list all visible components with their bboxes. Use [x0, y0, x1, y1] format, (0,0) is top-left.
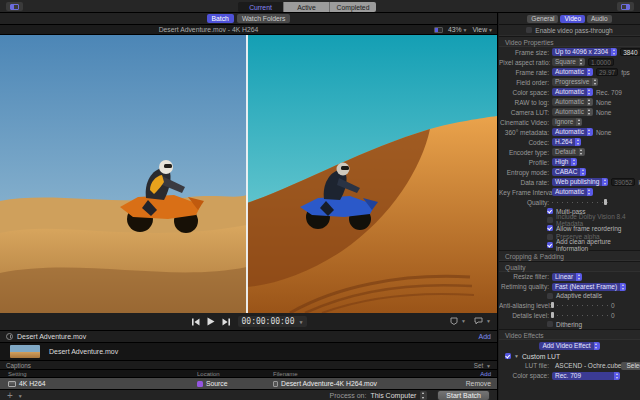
- batch-group-row[interactable]: Desert Adventure.mov Add: [0, 331, 497, 343]
- process-on-value[interactable]: This Computer: [370, 392, 416, 399]
- chevron-updown-icon: [592, 78, 598, 86]
- checkbox-label: Allow frame reordering: [556, 225, 621, 232]
- toggle-left-pane-button[interactable]: [6, 2, 23, 11]
- add-output-link[interactable]: Add: [479, 333, 491, 340]
- dropdown-automatic[interactable]: Automatic: [552, 98, 593, 106]
- toggle-inspector-button[interactable]: [617, 2, 634, 11]
- checkbox-row[interactable]: Allow frame reordering: [499, 224, 640, 233]
- custom-lut-row[interactable]: ▼ Custom LUT: [499, 352, 640, 361]
- compare-divider[interactable]: [246, 35, 248, 313]
- dropdown-automatic[interactable]: Automatic: [552, 88, 593, 96]
- add-video-effect-dropdown[interactable]: Add Video Effect: [539, 342, 599, 350]
- value-field[interactable]: 29.97: [596, 68, 618, 76]
- next-frame-button[interactable]: [222, 318, 231, 326]
- dropdown-ignore[interactable]: Ignore: [552, 118, 582, 126]
- dropdown-fast-nearest-frame-[interactable]: Fast (Nearest Frame): [552, 283, 626, 291]
- zoom-dropdown[interactable]: 43%▼: [448, 26, 468, 33]
- source-location-icon: [197, 381, 203, 387]
- dropdown-default[interactable]: Default: [552, 148, 585, 156]
- value-field[interactable]: 3840: [620, 48, 640, 56]
- process-on-stepper-icon[interactable]: [420, 391, 427, 400]
- section-quality[interactable]: Quality: [499, 261, 640, 272]
- start-batch-button[interactable]: Start Batch: [437, 390, 490, 400]
- checkbox-row[interactable]: Adaptive details: [499, 292, 640, 301]
- dropdown-automatic[interactable]: Automatic: [552, 68, 593, 76]
- source-media-row[interactable]: Desert Adventure.mov: [0, 343, 497, 361]
- setting-badge-icon: [8, 381, 16, 387]
- video-preview[interactable]: [0, 35, 497, 313]
- property-label: Retiming quality:: [499, 283, 549, 290]
- column-location: Location: [197, 371, 220, 377]
- dropdown-automatic[interactable]: Automatic: [552, 108, 593, 116]
- captions-dropdown[interactable]: ▼: [474, 317, 491, 325]
- chevron-updown-icon: [587, 128, 593, 136]
- marker-dropdown[interactable]: ▼: [450, 317, 466, 325]
- value-field[interactable]: 39052: [611, 178, 635, 186]
- chevron-down-icon[interactable]: ▼: [18, 393, 23, 399]
- custom-lut-checkbox[interactable]: [505, 353, 511, 359]
- dropdown-square[interactable]: Square: [552, 58, 585, 66]
- view-dropdown[interactable]: View▼: [472, 26, 493, 33]
- pass-through-row[interactable]: Enable video pass-through: [499, 25, 640, 36]
- chevron-updown-icon: [620, 283, 626, 291]
- dropdown-cabac[interactable]: CABAC: [552, 168, 586, 176]
- tab-audio[interactable]: Audio: [587, 15, 612, 23]
- slider[interactable]: [552, 198, 608, 206]
- tab-watch-folders[interactable]: Watch Folders: [237, 14, 291, 23]
- checkbox[interactable]: [547, 208, 553, 214]
- tab-current[interactable]: Current: [238, 2, 284, 12]
- dropdown-value: Up to 4096 x 2304: [552, 48, 611, 56]
- value-field[interactable]: 1.0000: [588, 58, 614, 66]
- slider-thumb[interactable]: [551, 312, 554, 318]
- checkbox-row[interactable]: Include Dolby Vision 8.4 Metadata: [499, 216, 640, 225]
- set-captions-dropdown[interactable]: Set ▼: [474, 362, 491, 369]
- file-icon: [273, 381, 278, 387]
- chevron-updown-icon: [602, 178, 608, 186]
- tab-video[interactable]: Video: [560, 15, 585, 23]
- checkbox[interactable]: [547, 225, 553, 231]
- checkbox-row[interactable]: Dithering: [499, 320, 640, 329]
- property-label: Anti-aliasing level:: [499, 302, 549, 309]
- add-setting-link[interactable]: Add: [480, 371, 491, 377]
- property-label: Pixel aspect ratio:: [499, 59, 549, 66]
- value-text: None: [596, 99, 612, 106]
- disclosure-triangle-icon[interactable]: ▼: [514, 353, 519, 359]
- split-view-icon[interactable]: [434, 27, 443, 33]
- remove-setting-button[interactable]: Remove: [466, 380, 491, 387]
- play-button[interactable]: [207, 317, 215, 326]
- checkbox[interactable]: [547, 217, 553, 223]
- slider-thumb[interactable]: [551, 302, 554, 308]
- checkbox[interactable]: [547, 242, 553, 248]
- section-video-properties: Video Properties: [499, 36, 640, 47]
- slider[interactable]: [552, 311, 608, 319]
- slider-thumb[interactable]: [604, 199, 607, 205]
- timecode-display[interactable]: 00:00:00:00 ▼: [238, 316, 307, 327]
- dropdown-up-to-4096-x-2304[interactable]: Up to 4096 x 2304: [552, 48, 617, 56]
- dropdown-automatic[interactable]: Automatic: [552, 128, 593, 136]
- add-job-button[interactable]: +: [7, 392, 13, 400]
- property-row: Details level:0: [499, 310, 640, 320]
- lut-color-space-dropdown[interactable]: Rec. 709: [552, 372, 620, 380]
- checkbox[interactable]: [547, 321, 553, 327]
- dropdown-high[interactable]: High: [552, 158, 577, 166]
- setting-row-selected[interactable]: 4K H264 Source Desert Adventure-4K H264.…: [0, 378, 497, 390]
- slider[interactable]: [552, 301, 608, 309]
- dropdown-progressive[interactable]: Progressive: [552, 78, 598, 86]
- checkbox[interactable]: [547, 293, 553, 299]
- property-row: Frame rate:Automatic29.97fps: [499, 67, 640, 77]
- dropdown-value: Progressive: [552, 78, 592, 86]
- tab-active[interactable]: Active: [284, 2, 330, 12]
- captions-row[interactable]: Captions Set ▼: [0, 361, 497, 370]
- checkbox[interactable]: [547, 234, 553, 240]
- tab-general[interactable]: General: [527, 15, 558, 23]
- tab-batch[interactable]: Batch: [207, 14, 234, 23]
- checkbox-row[interactable]: Add clean aperture information: [499, 241, 640, 250]
- dropdown-h-264[interactable]: H.264: [552, 138, 581, 146]
- dropdown-linear[interactable]: Linear: [552, 273, 582, 281]
- dropdown-web-publishing[interactable]: Web publishing: [552, 178, 608, 186]
- select-lut-button[interactable]: Select...: [621, 362, 640, 370]
- checkbox[interactable]: [526, 27, 532, 33]
- previous-frame-button[interactable]: [191, 318, 200, 326]
- tab-completed[interactable]: Completed: [330, 2, 376, 12]
- dropdown-automatic[interactable]: Automatic: [552, 188, 593, 196]
